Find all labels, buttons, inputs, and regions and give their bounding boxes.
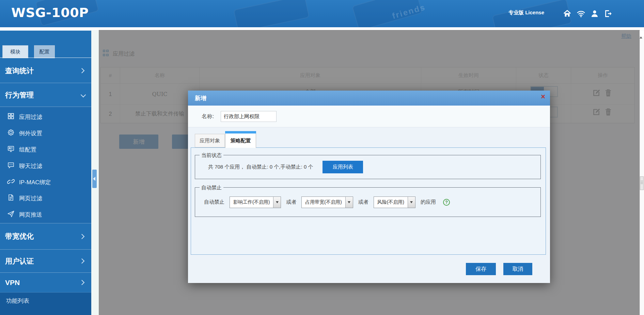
- sidebar-item-group-config[interactable]: 组配置: [0, 141, 91, 158]
- dialog-title: 新增: [195, 91, 206, 106]
- link-icon: [7, 178, 15, 187]
- license-label: 专业版 License: [508, 10, 544, 16]
- dropdown-arrow-icon[interactable]: [408, 197, 415, 208]
- app-header: friends WSG-100P 专业版 License: [0, 0, 644, 27]
- chevron-right-icon: [79, 280, 85, 285]
- sidebar-tab-module[interactable]: 模块: [2, 45, 28, 58]
- group-icon: [7, 145, 15, 154]
- app-logo: WSG-100P: [11, 5, 89, 20]
- help-icon[interactable]: ?: [443, 199, 450, 206]
- group-legend: 自动禁止: [200, 185, 223, 191]
- sidebar-item-chat-filter[interactable]: 聊天过滤: [0, 158, 91, 174]
- app-list-button[interactable]: 应用列表: [323, 161, 363, 173]
- tab-app-target[interactable]: 应用对象: [195, 134, 225, 147]
- page-icon: [7, 194, 15, 203]
- sidebar-item-label: 行为管理: [5, 90, 34, 100]
- close-icon[interactable]: ×: [541, 93, 545, 100]
- dialog-header: 新增 ×: [188, 91, 550, 106]
- submenu-label: IP-MAC绑定: [19, 178, 51, 186]
- sidebar-item-label: 查询统计: [5, 66, 34, 76]
- tab-label: 策略配置: [225, 133, 256, 148]
- select-value: 占用带宽(不启用): [302, 199, 345, 205]
- save-button[interactable]: 保存: [466, 263, 496, 275]
- chevron-right-icon: [79, 68, 85, 74]
- dropdown-arrow-icon[interactable]: [345, 197, 353, 208]
- app-window: friends WSG-100P 专业版 License 模块 配置 查询统计 …: [0, 0, 644, 315]
- sidebar-footer-function-list[interactable]: 功能列表: [0, 292, 91, 315]
- submenu-label: 网页过滤: [19, 194, 42, 202]
- wifi-icon[interactable]: [576, 9, 586, 18]
- sidebar-item-label: 带宽优化: [5, 232, 34, 241]
- group-legend: 当前状态: [200, 152, 223, 159]
- page-scrollbar-track[interactable]: [640, 30, 644, 315]
- add-dialog: 新增 × 名称: 应用对象 策略配置 当前状态 共 708 个应用， 自动禁止:…: [188, 91, 550, 283]
- chevron-down-icon: [81, 92, 86, 98]
- chat-icon: [7, 161, 15, 171]
- or-label: 或者: [358, 199, 368, 205]
- name-input[interactable]: [221, 111, 277, 122]
- sidebar-item-query-stats[interactable]: 查询统计: [0, 59, 91, 83]
- tab-policy-config[interactable]: 策略配置: [225, 131, 256, 148]
- sidebar-item-label: 用户认证: [5, 256, 34, 266]
- user-icon[interactable]: [590, 9, 599, 18]
- auto-ban-label: 自动禁止: [204, 199, 224, 205]
- bandwidth-usage-select[interactable]: 占用带宽(不启用): [301, 196, 353, 208]
- scroll-up-icon[interactable]: [640, 31, 644, 36]
- dialog-name-row: 名称:: [188, 106, 550, 127]
- work-impact-select[interactable]: 影响工作(不启用): [230, 196, 281, 208]
- name-field-label: 名称:: [202, 106, 214, 127]
- sidebar-item-ip-mac-binding[interactable]: IP-MAC绑定: [0, 174, 91, 190]
- sidebar-item-exceptions[interactable]: 例外设置: [0, 125, 91, 141]
- send-icon: [7, 210, 15, 219]
- select-value: 风险(不启用): [374, 199, 408, 205]
- sidebar-item-vpn[interactable]: VPN: [0, 272, 91, 292]
- sidebar-tab-config[interactable]: 配置: [34, 45, 55, 58]
- grid-icon: [7, 112, 15, 122]
- sidebar-item-web-push[interactable]: 网页推送: [0, 206, 91, 223]
- sidebar-tab-divider: [0, 58, 91, 58]
- submenu-label: 例外设置: [19, 129, 42, 137]
- submenu-label: 组配置: [19, 146, 36, 154]
- sidebar-collapse-handle[interactable]: [92, 170, 97, 188]
- sidebar-item-label: VPN: [5, 279, 20, 287]
- sidebar: 模块 配置 查询统计 行为管理 应用过滤 例外设置 组配置: [0, 31, 91, 315]
- sidebar-item-web-filter[interactable]: 网页过滤: [0, 190, 91, 206]
- submenu-label: 网页推送: [19, 211, 42, 219]
- chevron-right-icon: [79, 258, 85, 264]
- keyboard-texture: [233, 0, 309, 27]
- sidebar-item-app-filter[interactable]: 应用过滤: [0, 109, 91, 125]
- risk-select[interactable]: 风险(不启用): [374, 196, 415, 208]
- app-count-summary: 共 708 个应用， 自动禁止: 0 个,手动禁止: 0 个: [208, 164, 313, 170]
- sidebar-item-bandwidth[interactable]: 带宽优化: [0, 223, 91, 249]
- dropdown-arrow-icon[interactable]: [273, 197, 281, 208]
- apps-suffix-label: 的应用: [421, 199, 436, 205]
- page-scrollbar-thumb[interactable]: [640, 176, 644, 190]
- current-status-group: 当前状态 共 708 个应用， 自动禁止: 0 个,手动禁止: 0 个 应用列表: [195, 155, 541, 179]
- or-label: 或者: [286, 199, 296, 205]
- home-icon[interactable]: [563, 9, 572, 18]
- chevron-right-icon: [79, 234, 85, 239]
- gear-icon: [7, 129, 15, 138]
- chevron-left-icon: [93, 177, 95, 181]
- submenu-label: 聊天过滤: [19, 162, 42, 170]
- auto-ban-group: 自动禁止 自动禁止 影响工作(不启用) 或者 占用带宽(不启用) 或者 风险(不…: [195, 187, 541, 217]
- logout-icon[interactable]: [603, 9, 613, 18]
- active-tab-highlight: [225, 131, 256, 133]
- select-value: 影响工作(不启用): [230, 199, 273, 205]
- header-icon-bar: [563, 7, 613, 20]
- sidebar-submenu: 应用过滤 例外设置 组配置 聊天过滤 IP-MAC绑定 网页过滤: [0, 107, 91, 223]
- sidebar-item-behavior-mgmt[interactable]: 行为管理: [0, 83, 91, 107]
- sidebar-item-user-auth[interactable]: 用户认证: [0, 249, 91, 272]
- submenu-label: 应用过滤: [19, 113, 42, 121]
- cancel-button[interactable]: 取消: [503, 263, 532, 275]
